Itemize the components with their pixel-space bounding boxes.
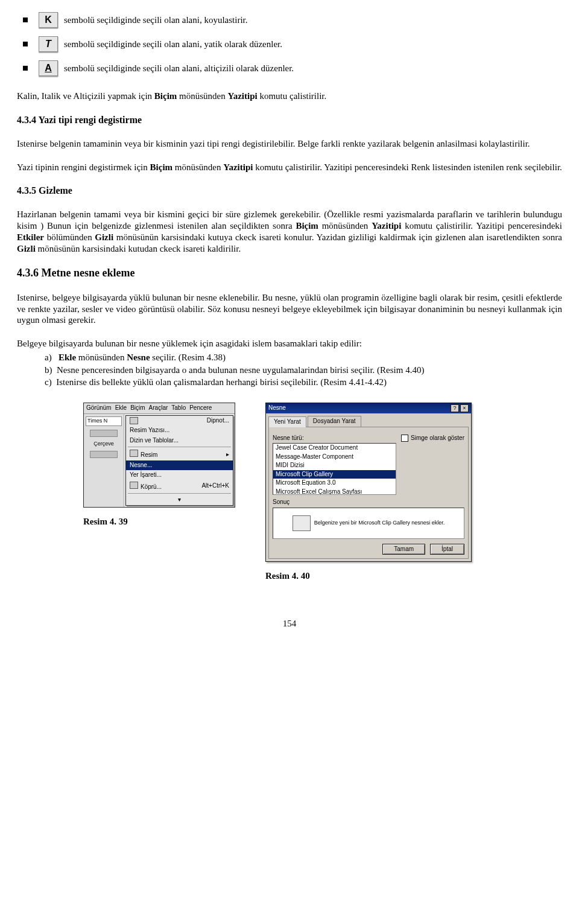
menu-item-selected: Nesne...: [126, 460, 233, 471]
dialog-button-row: Tamam İptal: [273, 544, 464, 555]
text-segment: mönüsünün karsisindaki kutudan ckeck isa…: [36, 244, 241, 253]
bullet-item-underline: A sembolü seçildiginde seçili olan alani…: [17, 60, 562, 76]
menu-shortcut: Alt+Ctrl+K: [201, 482, 229, 490]
text-segment: mönüsünden: [318, 221, 372, 231]
bold-ekle: Ekle: [59, 352, 76, 362]
figure-40: Nesne ? × Yeni Yarat Dosyadan Yarat Nesn…: [265, 403, 472, 582]
paragraph-434a: Istenirse belgenin tamaminin veya bir ki…: [17, 138, 562, 150]
font-selector: Times N: [86, 416, 122, 426]
icon-letter-a: A: [45, 62, 52, 74]
text-segment: Nesne penceresinden bilgisayarda o anda …: [57, 365, 424, 375]
text-segment: mönüsünden: [172, 162, 223, 172]
text-segment: komutu çalistirilir.: [258, 91, 327, 101]
insert-dropdown: Dipnot... Resim Yazısı... Dizin ve Tablo…: [125, 415, 233, 506]
ordered-steps: a) Ekle mönüsünden Nesne seçilir. (Resim…: [45, 352, 562, 388]
menu-separator: [128, 447, 231, 447]
ok-button: Tamam: [382, 544, 425, 555]
result-label: Sonuç: [273, 499, 464, 506]
menu-item: Resim Yazısı...: [126, 425, 233, 436]
step-letter: a): [45, 352, 52, 362]
bold-yazitipi: Yazitipi: [372, 221, 401, 231]
menubar: Görünüm Ekle Biçim Araçlar Tablo Pencere: [84, 403, 235, 414]
menu-separator: [128, 493, 231, 494]
menubar-item: Ekle: [115, 404, 127, 412]
menu-item: Yer İşareti...: [126, 470, 233, 480]
object-dialog: Nesne ? × Yeni Yarat Dosyadan Yarat Nesn…: [265, 403, 472, 562]
cancel-button: İptal: [430, 544, 464, 555]
bold-icon: K: [39, 12, 58, 28]
bullet-item-bold: K sembolü seçildiginde seçili olan alani…: [17, 12, 562, 28]
text-segment: bölümünden: [44, 232, 95, 242]
caption-40: Resim 4. 40: [265, 570, 310, 582]
bold-bicim: Biçim: [296, 221, 318, 231]
text-segment: Kalin, Italik ve Altiçizili yapmak için: [17, 91, 154, 101]
close-icon: ×: [460, 404, 469, 412]
bold-gizli: Gizli: [95, 232, 113, 242]
dialog-title: Nesne: [268, 404, 286, 412]
list-square-marker: [23, 18, 28, 22]
caption-39: Resim 4. 39: [83, 516, 128, 527]
step-letter: c): [45, 377, 52, 387]
step-b: b) Nesne penceresinden bilgisayarda o an…: [45, 365, 562, 376]
text-segment: mönüsünden: [177, 91, 227, 101]
list-item: Microsoft Equation 3.0: [273, 479, 396, 488]
picture-icon: [130, 450, 138, 457]
bold-yazitipi: Yazitipi: [228, 91, 258, 101]
text-segment: mönüsünden: [76, 352, 127, 362]
tab-dosyadan-yarat: Dosyadan Yarat: [308, 416, 361, 427]
text-segment: komutu çalistirilir. Yazitipi penceresin…: [253, 162, 562, 172]
toolbar-label: Çerçeve: [93, 441, 114, 447]
menu-item: Dizin ve Tablolar...: [126, 436, 233, 446]
result-preview-icon: [293, 515, 311, 531]
paragraph-434b: Yazi tipinin rengini degistirmek için Bi…: [17, 162, 562, 173]
show-as-icon-checkbox: Simge olarak göster: [401, 435, 464, 442]
list-item: Jewel Case Creator Document: [273, 444, 396, 453]
underline-icon: A: [39, 60, 58, 76]
menubar-item: Tablo: [171, 404, 186, 412]
bold-yazitipi: Yazitipi: [223, 162, 253, 172]
list-label: Nesne türü:: [273, 435, 396, 442]
heading-436: 4.3.6 Metne nesne ekleme: [17, 266, 562, 280]
checkbox-icon: [401, 435, 408, 442]
menu-item: Köprü...Alt+Ctrl+K: [126, 480, 233, 492]
heading-434: 4.3.4 Yazi tipi rengi degistirme: [17, 114, 562, 126]
link-icon: [130, 482, 138, 489]
menu-expand-icon: ▾: [126, 495, 233, 505]
tab-yeni-yarat: Yeni Yarat: [268, 416, 306, 427]
submenu-arrow-icon: ▸: [226, 451, 229, 459]
page-number: 154: [17, 618, 562, 629]
paragraph-436b: Belgeye bilgisayarda bulunan bir nesne y…: [17, 338, 562, 349]
toolbar-left: Times N Çerçeve: [84, 414, 124, 507]
menubar-item: Biçim: [130, 404, 145, 412]
menu-item: Dipnot...: [126, 416, 233, 426]
step-letter: b): [45, 365, 52, 375]
bold-bicim: Biçim: [150, 162, 173, 172]
list-item: Message-Master Component: [273, 453, 396, 462]
bold-bicim: Biçim: [154, 91, 177, 101]
icon-letter-k: K: [45, 14, 52, 26]
text-segment: Istenirse dis bellekte yüklü olan çalism…: [56, 377, 387, 387]
menu-screenshot: Görünüm Ekle Biçim Araçlar Tablo Pencere…: [83, 403, 235, 508]
paragraph-435: Hazirlanan belgenin tamami veya bir kism…: [17, 209, 562, 254]
text-segment: Yazi tipinin rengini degistirmek için: [17, 162, 150, 172]
bullet-text: sembolü seçildiginde seçili olan alani, …: [64, 63, 294, 74]
dialog-tabs: Yeni Yarat Dosyadan Yarat: [266, 413, 471, 427]
bold-nesne: Nesne: [127, 352, 150, 362]
icon-letter-t: T: [45, 38, 51, 50]
color-swatch: [90, 451, 118, 458]
list-item-selected: Microsoft Clip Gallery: [273, 470, 396, 479]
bullet-text: sembolü seçildiginde seçili olan alani, …: [64, 14, 248, 26]
text-segment: seçilir. (Resim 4.38): [150, 352, 226, 362]
text-segment: mönüsünün karsisindaki kutuya ckeck isar…: [113, 232, 562, 242]
icon-bullet-list: K sembolü seçildiginde seçili olan alani…: [17, 12, 562, 76]
menubar-item: Görünüm: [86, 404, 112, 412]
paragraph-kalin-italic: Kalin, Italik ve Altiçizili yapmak için …: [17, 91, 562, 102]
bullet-text: sembolü seçildiginde seçili olan alani, …: [64, 39, 282, 50]
dialog-titlebar: Nesne ? ×: [266, 403, 471, 413]
help-icon: ?: [451, 404, 459, 412]
paragraph-436a: Istenirse, belgeye bilgisayarda yüklü bu…: [17, 292, 562, 326]
bold-gizli: Gizli: [17, 244, 36, 253]
step-c: c) Istenirse dis bellekte yüklü olan çal…: [45, 377, 562, 388]
list-item: Microsoft Excel Çalışma Sayfası: [273, 488, 396, 495]
menubar-item: Araçlar: [149, 404, 168, 412]
